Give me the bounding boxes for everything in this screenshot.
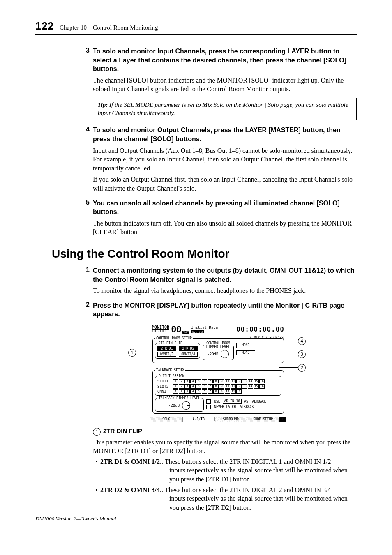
- lcd-assign-btn: 1: [173, 389, 178, 394]
- lcd-tb-as: AS TALKBACK: [244, 400, 266, 403]
- knob-icon: [182, 401, 190, 410]
- bullet-text: ...These buttons select the 2TR IN DIGIT…: [160, 486, 331, 493]
- step-heading: To solo and monitor Output Channels, pre…: [93, 126, 357, 143]
- lcd-assign-btn: 3: [184, 384, 190, 388]
- lcd-assign-btn: 10: [225, 389, 230, 394]
- step-number: 5: [80, 199, 90, 206]
- lcd-assign-btn: 2: [179, 379, 184, 383]
- lcd-assign-btn: 13: [242, 379, 247, 383]
- bullet-dot-icon: •: [93, 457, 100, 466]
- lcd-scene-number: 00: [171, 325, 181, 334]
- lcd-assign-btn: 9: [219, 384, 224, 388]
- lcd-dimmer-value: -20dB: [207, 352, 218, 356]
- body-paragraph: The button indicators turn off. You can …: [93, 219, 357, 237]
- lcd-btn-mono-1: MONO: [236, 343, 255, 348]
- lcd-assign-btn: 4: [190, 389, 196, 394]
- lcd-tab-bar: SOLO C-R/TB SURROUND SURR SETUP ▸: [150, 417, 286, 422]
- lcd-omni-label: OMNI: [157, 389, 171, 394]
- bullet-text: ...These buttons select the 2TR IN DIGIT…: [160, 458, 331, 465]
- step: 2 Press the MONITOR [DISPLAY] button rep…: [80, 301, 357, 319]
- knob-icon: [221, 350, 229, 358]
- lcd-assign-btn: 2: [179, 389, 184, 394]
- callout-3: 3: [298, 350, 306, 358]
- lcd-badge-surround: 5.1: [191, 330, 198, 333]
- lcd-assign-btn: 7: [208, 384, 213, 388]
- body-paragraph: If you solo an Output Channel first, the…: [93, 175, 357, 193]
- lcd-assign-btn: 9: [219, 389, 224, 394]
- lcd-badge-fs: 96k: [198, 330, 204, 333]
- lcd-page-name: MONITOR: [152, 325, 169, 329]
- footer: DM1000 Version 2—Owner's Manual: [35, 513, 357, 522]
- steps-block-a: 3 To solo and monitor Input Channels, pr…: [80, 47, 357, 237]
- lcd-tb-source: AD IN 16: [223, 399, 242, 404]
- lcd-btn-mono-2: MONO: [236, 350, 255, 355]
- step: 4 To solo and monitor Output Channels, p…: [80, 126, 357, 143]
- step-heading: To solo and monitor Input Channels, pres…: [93, 47, 357, 74]
- lcd-output-assign: OUTPUT ASSIGN SLOT1123456789101112131415…: [155, 374, 281, 396]
- lcd-tb-dimmer-legend: TALKBACK DIMMER LEVEL: [157, 396, 201, 400]
- bullet-label: 2TR D2 & OMNI 3/4: [100, 486, 160, 493]
- lcd-edit-badge: EDIT: [182, 331, 189, 334]
- callout-4: 4: [298, 337, 306, 345]
- display-screenshot: 1 2 3 4 MONITOR CH1-CH1: [130, 325, 307, 422]
- lcd-assign-btn: 7: [208, 379, 213, 383]
- lcd-assign-btn: 8: [213, 379, 219, 383]
- step-number: 4: [80, 126, 90, 133]
- lcd-assign-btn: 12: [236, 389, 242, 394]
- lcd-assign-btn: 5: [196, 379, 201, 383]
- lcd-dimmer-legend: CONTROL ROOM DIMMER LEVEL: [205, 341, 231, 349]
- lcd-btn-2tr-d1: 2TR D1: [157, 346, 176, 351]
- lcd-assign-btn: 3: [184, 379, 190, 383]
- param-number: 1: [93, 428, 101, 436]
- running-header: 122 Chapter 10—Control Room Monitoring: [35, 20, 357, 35]
- lcd-oa-legend: OUTPUT ASSIGN: [157, 374, 186, 378]
- lcd-assign-btn: 9: [219, 379, 224, 383]
- lcd-header: MONITOR CH1-CH1 00 EDIT Initial Data 5.1…: [150, 325, 286, 334]
- lcd-tab-crtb: C-R/TB: [183, 417, 215, 421]
- lcd-assign-btn: 15: [254, 379, 259, 383]
- body-paragraph: Input and Output Channels (Aux Out 1–8, …: [93, 146, 357, 173]
- page-number: 122: [35, 20, 54, 32]
- lcd-tab-solo: SOLO: [150, 417, 183, 422]
- bullet-item: • 2TR D1 & OMNI 1/2...These buttons sele…: [93, 457, 357, 466]
- lcd-assign-btn: 7: [208, 389, 213, 394]
- lcd-assign-btn: 2: [179, 384, 184, 388]
- lcd-tb-never: NEVER LATCH TALKBACK: [214, 405, 254, 409]
- lcd-assign-btn: 13: [242, 384, 247, 388]
- lcd-assign-btn: 15: [254, 384, 259, 388]
- param-name: 2TR DIN FLIP: [103, 427, 142, 434]
- steps-block-b: 1 Connect a monitoring system to the out…: [80, 266, 357, 319]
- lcd-tab-arrow-right-icon: ▸: [279, 417, 286, 422]
- section-heading: Using the Control Room Monitor: [52, 247, 357, 260]
- lcd-assign-btn: 11: [231, 379, 236, 383]
- lcd-btn-omni12: OMNI1/2: [157, 352, 176, 357]
- lcd-assign-btn: 16: [259, 379, 265, 383]
- step: 1 Connect a monitoring system to the out…: [80, 266, 357, 284]
- chapter-title: Chapter 10—Control Room Monitoring: [60, 24, 158, 31]
- lcd-crs-legend: CONTROL ROOM SETUP: [155, 336, 193, 340]
- lcd-slot1-label: SLOT1: [157, 379, 171, 383]
- lcd-assign-btn: 5: [196, 389, 201, 394]
- lcd-slot2-label: SLOT2: [157, 385, 171, 389]
- lcd-assign-btn: 12: [236, 384, 242, 388]
- step-heading: Press the MONITOR [DISPLAY] button repea…: [93, 301, 357, 319]
- step: 3 To solo and monitor Input Channels, pr…: [80, 47, 357, 74]
- lcd-assign-btn: 14: [248, 384, 253, 388]
- body-paragraph: To monitor the signal via headphones, co…: [93, 286, 357, 295]
- checkbox-icon: [206, 399, 211, 404]
- lcd-scene-name: Initial Data: [191, 325, 218, 329]
- step-number: 3: [80, 47, 90, 54]
- lcd-assign-btn: 6: [202, 379, 207, 383]
- lcd-assign-btn: 4: [190, 379, 196, 383]
- lcd-din-flip-legend: 2TR DIN FLIP: [157, 341, 184, 345]
- lcd-tb-dimmer-value: -20dB: [168, 403, 180, 408]
- lcd-assign-btn: 10: [225, 384, 230, 388]
- tip-box: Tip: If the SEL MODE parameter is set to…: [93, 98, 357, 120]
- bullet-label: 2TR D1 & OMNI 1/2: [100, 458, 160, 465]
- lcd-assign-btn: 8: [213, 384, 219, 388]
- checkbox-icon: [206, 405, 211, 409]
- callout-1: 1: [128, 349, 136, 357]
- lcd-assign-btn: 4: [190, 384, 196, 388]
- lcd-btn-omni34: OMNI3/4: [179, 352, 198, 357]
- lcd-tab-surround: SURROUND: [215, 417, 247, 422]
